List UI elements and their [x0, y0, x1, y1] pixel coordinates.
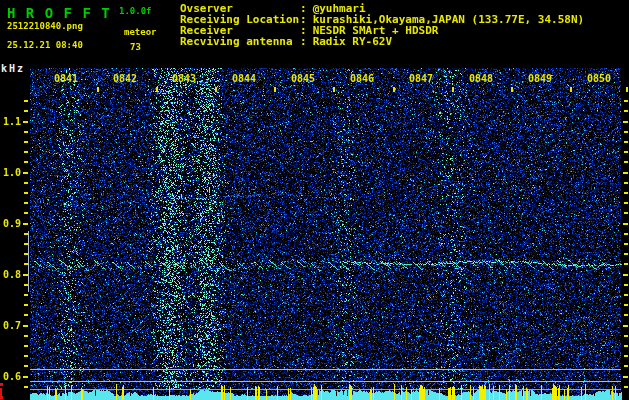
info-separator: :	[300, 35, 307, 48]
station-info: Ovserver:@yuhmari Receiving Location:kur…	[180, 3, 584, 47]
freq-tick-label: 0.6	[0, 371, 21, 382]
time-tick-label: 0850	[586, 73, 612, 84]
echo-count: 73	[130, 42, 141, 52]
mode-label: meteor	[124, 27, 157, 37]
time-tick-label: 0845	[290, 73, 316, 84]
info-row: Recviving antenna:Radix RY-62V	[180, 36, 584, 47]
observation-datetime: 25.12.21 08:40	[7, 40, 83, 50]
time-tick-label: 0843	[171, 73, 197, 84]
freq-tick-label: 0.7	[0, 320, 21, 331]
app-version: 1.0.0f	[119, 6, 152, 16]
time-tick-label: 0842	[112, 73, 138, 84]
app-title: H R O F F T	[7, 5, 111, 21]
hrofft-window: H R O F F T 1.0.0f 2512210840.png meteor…	[0, 0, 629, 400]
time-tick-label: 0848	[468, 73, 494, 84]
freq-tick-label: 0.9	[0, 218, 21, 229]
time-tick-label: 0841	[53, 73, 79, 84]
spectrogram-canvas	[0, 0, 629, 400]
info-value: Radix RY-62V	[313, 35, 392, 48]
time-tick-label: 0844	[231, 73, 257, 84]
time-tick-label: 0849	[527, 73, 553, 84]
freq-tick-label: 0.8	[0, 269, 21, 280]
freq-unit-label: kHz	[1, 62, 29, 75]
time-tick-label: 0847	[408, 73, 434, 84]
freq-tick-label: 1.1	[0, 116, 21, 127]
info-label: Recviving antenna	[180, 36, 300, 47]
output-filename: 2512210840.png	[7, 21, 83, 31]
time-tick-label: 0846	[349, 73, 375, 84]
freq-tick-label: 1.0	[0, 167, 21, 178]
